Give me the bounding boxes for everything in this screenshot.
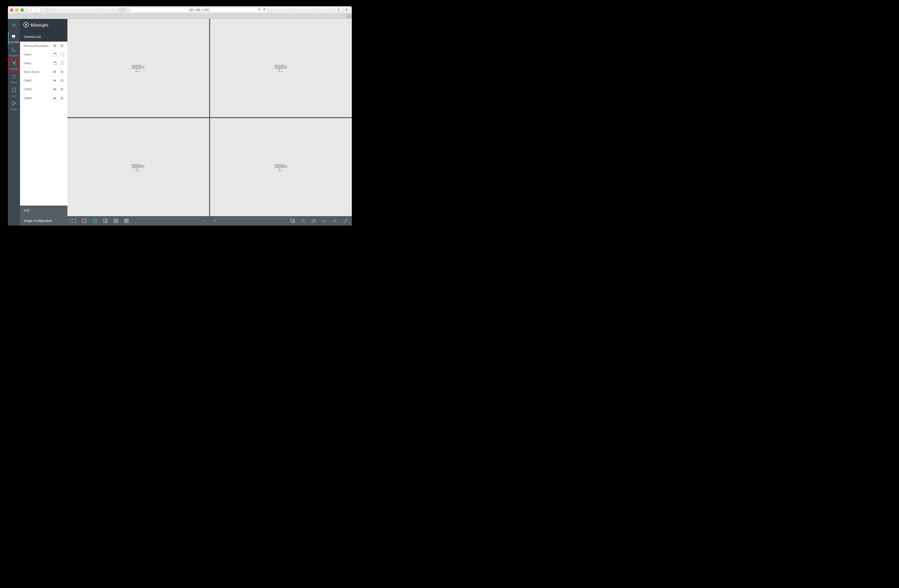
share-button[interactable] (335, 8, 342, 12)
brand-logo-icon (23, 22, 29, 29)
load-view-icon[interactable] (60, 61, 65, 66)
svg-rect-30 (54, 71, 54, 73)
close-window-button[interactable] (10, 8, 13, 12)
play-primary-icon[interactable] (53, 78, 57, 83)
layout-1plus5-icon[interactable] (103, 218, 108, 224)
svg-rect-43 (278, 71, 283, 72)
reader-button[interactable]: ••• (119, 8, 126, 12)
svg-line-14 (12, 75, 13, 76)
layout-1x1-icon[interactable] (82, 218, 87, 224)
nav-buttons (28, 8, 40, 12)
play-primary-icon[interactable] (53, 69, 57, 74)
next-page-icon[interactable] (212, 218, 218, 224)
svg-rect-31 (61, 71, 61, 73)
svg-rect-26 (61, 53, 64, 56)
sidebar-toggle-button[interactable] (44, 8, 51, 12)
svg-point-78 (313, 220, 315, 222)
svg-rect-23 (61, 45, 61, 47)
svg-point-7 (12, 61, 13, 62)
play-secondary-icon[interactable] (60, 96, 65, 100)
save-view-icon[interactable] (53, 52, 57, 57)
browser-window: ••• 192.168.1.200 + (8, 6, 352, 225)
svg-rect-34 (54, 88, 54, 91)
play-secondary-icon[interactable] (60, 87, 65, 92)
nav-label: Logout (10, 108, 18, 111)
audio-icon[interactable] (258, 8, 261, 12)
maximize-window-button[interactable] (20, 8, 24, 12)
svg-point-8 (15, 64, 16, 65)
nav-logout[interactable]: Logout (8, 99, 20, 112)
svg-rect-25 (54, 53, 56, 54)
camera-row[interactable]: Stock Room (20, 68, 67, 76)
nav-logs[interactable]: Logs (8, 85, 20, 99)
video-tile[interactable] (67, 118, 209, 216)
logout-icon (11, 101, 17, 107)
svg-rect-22 (54, 45, 54, 47)
svg-rect-6 (12, 38, 14, 38)
header-label: Primary/Secondary (24, 44, 50, 47)
svg-rect-60 (114, 219, 118, 223)
video-grid (67, 19, 352, 216)
video-tile[interactable] (210, 19, 352, 117)
forward-button[interactable] (34, 8, 40, 12)
load-view-icon[interactable] (60, 52, 65, 57)
viewer (67, 19, 352, 225)
minimize-window-button[interactable] (15, 8, 19, 12)
new-tab-button[interactable]: + (346, 14, 352, 19)
back-button[interactable] (28, 8, 34, 12)
camera-row[interactable]: CAM2 (20, 76, 67, 85)
row-name: CAM4 (24, 97, 50, 100)
svg-rect-80 (323, 220, 325, 222)
svg-rect-50 (82, 219, 86, 223)
play-primary-icon[interactable] (53, 96, 57, 100)
layout-3x3-icon[interactable] (113, 218, 119, 224)
svg-rect-32 (54, 79, 54, 82)
play-primary-icon[interactable] (53, 87, 57, 92)
nav-settings[interactable]: Settings (8, 59, 20, 72)
stop-all-icon[interactable] (290, 218, 295, 224)
url-text: 192.168.1.200 (189, 8, 209, 12)
play-secondary-icon[interactable] (60, 78, 65, 83)
prev-page-icon[interactable] (202, 218, 207, 224)
snapshot-icon[interactable] (311, 218, 317, 224)
settings-icon (11, 60, 17, 67)
svg-rect-49 (278, 170, 283, 171)
zoom-icon[interactable] (301, 218, 306, 224)
save-view-icon[interactable] (53, 61, 57, 66)
svg-line-15 (15, 77, 15, 78)
side-panel: Milesight Camera List Primary/Secondary … (20, 19, 67, 225)
audio-icon[interactable] (332, 218, 338, 224)
reload-icon[interactable] (263, 8, 266, 12)
record-icon[interactable] (322, 218, 327, 224)
play-secondary-icon[interactable] (60, 69, 65, 74)
play-all-primary-icon[interactable] (53, 43, 57, 48)
nav-live-view[interactable]: Live View (8, 32, 20, 45)
layout-2x2-icon[interactable] (92, 218, 97, 224)
play-all-secondary-icon[interactable] (60, 43, 65, 48)
view-row[interactable]: View1 (20, 50, 67, 59)
video-tile[interactable] (210, 118, 352, 216)
address-bar[interactable]: 192.168.1.200 (130, 8, 267, 12)
view-row[interactable]: View2 (20, 59, 67, 68)
section-ptz[interactable]: PTZ (20, 205, 67, 216)
camera-row[interactable]: CAM3 (20, 85, 67, 94)
rail-sync-icon[interactable] (8, 19, 20, 32)
row-name: View2 (24, 62, 50, 65)
logs-icon (11, 87, 17, 94)
svg-rect-40 (135, 71, 141, 72)
expand-icon[interactable] (343, 218, 348, 224)
svg-rect-36 (54, 97, 54, 99)
nav-playback[interactable]: Playback (8, 45, 20, 59)
section-image-config[interactable]: Image Configuration (20, 216, 67, 225)
nav-label: Playback (9, 54, 19, 57)
svg-rect-29 (61, 62, 64, 65)
svg-rect-41 (274, 65, 284, 69)
svg-rect-38 (132, 65, 142, 69)
camera-row[interactable]: CAM4 (20, 94, 67, 102)
layout-4x4-icon[interactable] (124, 218, 129, 224)
svg-line-17 (15, 75, 15, 76)
tabs-button[interactable] (343, 8, 350, 12)
nav-status[interactable]: Status (8, 72, 20, 85)
video-tile[interactable] (67, 19, 209, 117)
fullscreen-icon[interactable] (71, 218, 76, 224)
